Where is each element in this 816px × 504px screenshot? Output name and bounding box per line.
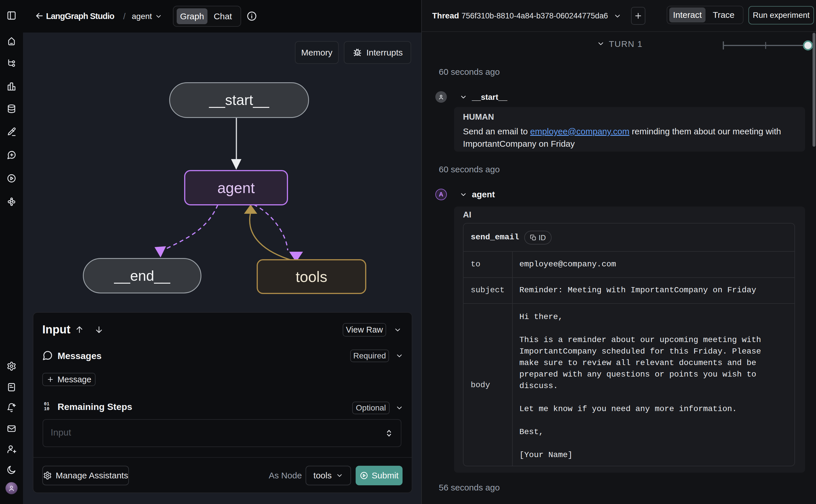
svg-text:10: 10 — [44, 406, 49, 411]
svg-text:01: 01 — [44, 402, 49, 407]
